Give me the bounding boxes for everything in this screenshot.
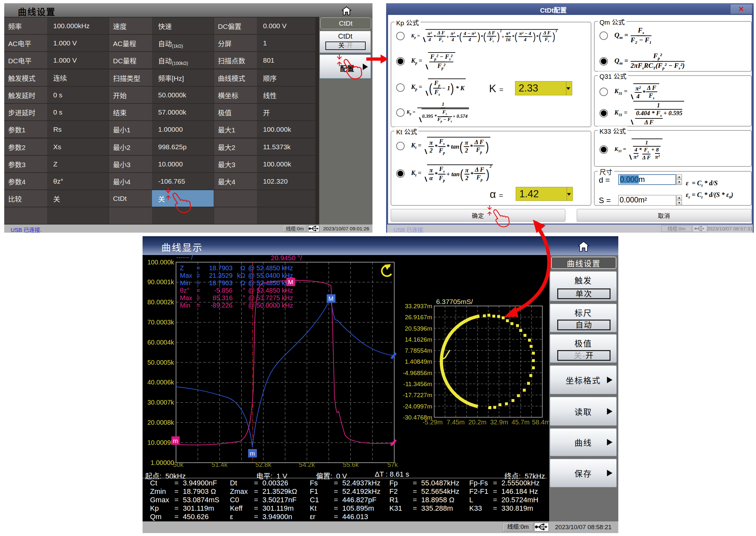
svg-text:Min: Min <box>180 302 190 309</box>
svg-text:=: = <box>197 272 200 279</box>
svg-text:Max: Max <box>180 272 192 279</box>
svg-text:80.0002k: 80.0002k <box>147 298 174 306</box>
svg-text:20.0008k: 20.0008k <box>147 419 174 426</box>
svg-text:58.4m: 58.4m <box>532 419 549 426</box>
svg-text:@ 55.0400 kHz: @ 55.0400 kHz <box>248 272 293 279</box>
svg-text:45.7m: 45.7m <box>512 419 530 426</box>
svg-text:Max: Max <box>180 294 192 301</box>
svg-text:°: ° <box>242 302 245 309</box>
svg-text:-89.226: -89.226 <box>210 302 233 309</box>
svg-text:=: = <box>197 264 200 272</box>
svg-text:40.0006k: 40.0006k <box>147 379 174 386</box>
svg-text:18.7903: 18.7903 <box>209 264 233 272</box>
svg-text:θz°: θz° <box>180 287 189 294</box>
svg-text:55.6k: 55.6k <box>343 461 359 468</box>
svg-text:Ω: Ω <box>240 279 245 286</box>
svg-text:kΩ: kΩ <box>237 272 245 279</box>
svg-text:°: ° <box>242 287 245 294</box>
svg-text:21.3529: 21.3529 <box>209 272 233 279</box>
svg-text:26.9167m: 26.9167m <box>405 314 432 320</box>
svg-text:m: m <box>250 450 255 457</box>
svg-text:M: M <box>328 295 334 302</box>
svg-text:60.0004k: 60.0004k <box>147 339 174 346</box>
svg-text:50k: 50k <box>173 461 184 468</box>
svg-text:20.2m: 20.2m <box>468 419 486 426</box>
svg-text:6.37705mS/: 6.37705mS/ <box>436 298 473 305</box>
svg-text:=: = <box>197 294 200 301</box>
svg-text:Ω: Ω <box>240 264 245 272</box>
svg-text:@ 52.4850 kHz: @ 52.4850 kHz <box>248 287 293 294</box>
svg-text:57k: 57k <box>387 461 398 468</box>
svg-text:-4.96856m: -4.96856m <box>403 370 432 376</box>
svg-text:54.2k: 54.2k <box>299 461 315 468</box>
svg-text:-17.7227m: -17.7227m <box>403 392 432 398</box>
svg-text:7.45m: 7.45m <box>447 419 465 426</box>
svg-text:°: ° <box>242 294 245 301</box>
svg-text:90.0001k: 90.0001k <box>147 278 174 285</box>
svg-text:70.0003k: 70.0003k <box>147 318 174 326</box>
svg-text:18.7903: 18.7903 <box>209 279 233 286</box>
svg-text:14.1626m: 14.1626m <box>405 336 432 343</box>
svg-text:-24.0997m: -24.0997m <box>403 403 432 410</box>
svg-text:-5.29m: -5.29m <box>422 419 443 426</box>
svg-text:@ 52.4850 kHz: @ 52.4850 kHz <box>248 264 293 272</box>
svg-text:Min: Min <box>180 279 190 286</box>
svg-text:52.8k: 52.8k <box>256 461 272 468</box>
svg-text:33.2937m: 33.2937m <box>405 303 432 310</box>
svg-text:85.316: 85.316 <box>213 294 233 301</box>
svg-text:30.0007k: 30.0007k <box>147 399 174 406</box>
svg-text:20.9450 °/: 20.9450 °/ <box>271 255 302 261</box>
svg-text:-5.856: -5.856 <box>214 287 233 294</box>
svg-text:Z: Z <box>180 264 184 272</box>
svg-text:=: = <box>197 302 200 309</box>
svg-text:7.78554m: 7.78554m <box>405 347 432 354</box>
svg-text:1.40849m: 1.40849m <box>405 358 432 365</box>
svg-text:51.4k: 51.4k <box>212 461 228 468</box>
svg-text:m: m <box>173 437 178 444</box>
svg-text:32.9m: 32.9m <box>490 419 508 426</box>
svg-text:M: M <box>288 279 293 285</box>
svg-text:@ 50.0000 kHz: @ 50.0000 kHz <box>248 302 293 309</box>
svg-text:100.000k: 100.000k <box>147 258 174 266</box>
svg-text:-11.3456m: -11.3456m <box>403 381 432 387</box>
svg-text:@ 53.7275 kHz: @ 53.7275 kHz <box>248 294 293 301</box>
svg-text:1.00000: 1.00000 <box>151 459 174 466</box>
svg-text:20.5396m: 20.5396m <box>405 325 432 332</box>
svg-text:=: = <box>197 279 200 286</box>
svg-text:------ /: ------ / <box>176 255 193 261</box>
svg-text:50.0005k: 50.0005k <box>147 359 174 366</box>
svg-text:10.0009k: 10.0009k <box>147 439 174 446</box>
svg-text:=: = <box>197 287 200 294</box>
